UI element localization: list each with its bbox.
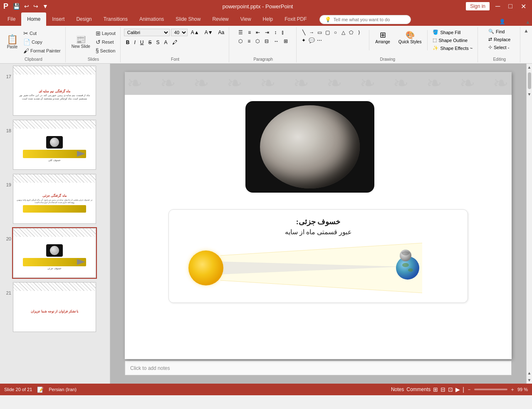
tab-insert[interactable]: Insert [46,12,70,26]
slide-thumb-21[interactable]: 21 با تشکر فراوان از توجه شما عزیزان [0,280,110,334]
slide-thumb-17[interactable]: 17 ماه گرفتگی نیم سایه ای ماه از قسمت نی… [0,64,110,118]
scroll-down-btn[interactable]: ▼ [526,91,532,98]
view-outline-icon[interactable]: ⊟ [440,386,445,393]
scroll-down2-btn[interactable]: ▼ [526,377,532,384]
bold-button[interactable]: B [124,39,132,46]
shape-effects-button[interactable]: ✨ Shape Effects ~ [430,45,475,52]
shape-chevron[interactable]: ⟩ [355,29,363,36]
shape-fill-button[interactable]: 🪣 Shape Fill [430,29,475,36]
increase-font-btn[interactable]: A▲ [189,29,201,36]
strikethrough-button[interactable]: S [146,39,154,46]
convert-to-smartart-btn[interactable]: ⊞ [282,37,290,45]
shape-more[interactable]: ⋯ [316,37,323,44]
numbered-list-btn[interactable]: ≡ [246,29,253,36]
shape-arrow[interactable]: → [308,29,315,36]
replace-button[interactable]: ⇄ Replace [486,36,513,43]
layout-button[interactable]: ⊞ Layout [94,29,118,37]
scroll-up2-btn[interactable]: ▲ [526,369,532,377]
shape-line[interactable]: ╲ [300,29,307,36]
notes-add-area[interactable]: Click to add notes [125,361,512,375]
format-painter-button[interactable]: 🖌 Format Painter [21,47,63,55]
align-center-btn[interactable]: ≡ [245,37,252,45]
zoom-in-btn[interactable]: ＋ [510,386,515,393]
slide-notes-icon[interactable]: 📝 [37,387,44,393]
tab-slideshow[interactable]: Slide Show [170,12,206,26]
font-family-select[interactable]: Calibri [124,29,170,36]
reset-button[interactable]: ↺ Reset [94,38,118,46]
slide-thumb-19[interactable]: 19 ماه گرفتگی جزئی در خسوف جزئی بخشی از … [0,172,110,226]
highlight-btn[interactable]: 🖍 [170,39,179,46]
tab-animations[interactable]: Animations [134,12,170,26]
tab-transitions[interactable]: Transitions [98,12,134,26]
share-button[interactable]: 👤 Share [496,17,524,26]
view-reading-icon[interactable]: ⊡ [448,386,453,393]
line-spacing-btn[interactable]: ↕ [272,29,279,36]
maximize-button[interactable]: □ [506,2,515,11]
align-right-btn[interactable]: ⬡ [253,37,262,45]
tab-home[interactable]: Home [21,12,46,26]
find-button[interactable]: 🔍 Find [486,28,513,35]
shape-pentagon[interactable]: ⬠ [347,29,355,36]
notes-status-btn[interactable]: Notes [391,387,404,392]
font-color-btn[interactable]: A [162,39,170,46]
ribbon-collapse-btn[interactable]: ▲ [522,27,530,35]
shape-triangle[interactable]: △ [339,29,347,36]
collapse-ribbon-button[interactable]: ▲ [524,18,532,26]
customize-quick-btn[interactable]: ▼ [41,2,49,10]
font-size-select[interactable]: 40 [171,29,188,36]
shape-oval[interactable]: ○ [332,29,339,36]
shape-star[interactable]: ✦ [300,37,307,44]
slide-thumb-20[interactable]: 20 خسوف جزئی [0,226,110,280]
save-quick-btn[interactable]: 💾 [12,2,21,10]
shape-outline-button[interactable]: ⬚ Shape Outline [430,37,475,44]
scroll-up-btn[interactable]: ▲ [526,64,532,71]
section-button[interactable]: § Section [94,47,118,55]
undo-quick-btn[interactable]: ↩ [23,2,30,10]
align-left-btn[interactable]: ⬡ [236,37,245,45]
zoom-slider[interactable] [474,389,507,390]
quick-styles-button[interactable]: 🎨 Quick Styles [395,29,425,46]
slide-thumb-18[interactable]: 18 خسوف کلی [0,118,110,172]
tab-review[interactable]: Review [206,12,234,26]
shape-rect[interactable]: ▭ [316,29,323,36]
tab-foxit[interactable]: Foxit PDF [279,12,312,26]
replace-label: Replace [494,37,510,42]
clear-format-btn[interactable]: Aa [216,29,227,36]
decrease-indent-btn[interactable]: ⇤ [254,29,262,36]
bullet-list-btn[interactable]: ☰ [236,29,245,36]
increase-indent-btn[interactable]: ⇥ [263,29,271,36]
minimize-button[interactable]: ─ [493,2,502,11]
columns-btn[interactable]: ⫿ [280,29,286,36]
shadow-button[interactable]: S [154,39,162,46]
tab-file[interactable]: File [2,12,21,26]
tab-view[interactable]: View [235,12,257,26]
comments-status-btn[interactable]: Comments [406,387,431,392]
shape-round-rect[interactable]: ▢ [324,29,331,36]
text-direction-btn[interactable]: ↔ [272,37,281,45]
slide-preview-21: با تشکر فراوان از توجه شما عزیزان [13,282,96,332]
new-slide-button[interactable]: 📰 New Slide [69,34,93,50]
view-normal-icon[interactable]: ⊞ [433,386,438,393]
select-button[interactable]: ⊹ Select - [486,44,513,51]
signin-button[interactable]: Sign in [466,2,490,10]
decrease-font-btn[interactable]: A▼ [203,29,215,36]
tell-me-input[interactable] [334,17,406,22]
tab-help[interactable]: Help [257,12,279,26]
view-slideshow-icon[interactable]: ▶ [455,386,460,393]
redo-quick-btn[interactable]: ↪ [32,2,40,10]
lightbulb-icon: 💡 [325,17,331,22]
justify-btn[interactable]: ⊟ [262,37,271,45]
zoom-out-btn[interactable]: － [467,386,472,393]
underline-button[interactable]: U [138,39,146,46]
main-area: 17 ماه گرفتگی نیم سایه ای ماه از قسمت نی… [0,64,532,384]
paste-button[interactable]: 📋 Paste [4,34,20,50]
cut-button[interactable]: ✂ Cut [21,29,63,37]
arrange-button[interactable]: ⊞ Arrange [372,29,393,46]
scroll-thumb[interactable] [528,72,531,89]
paste-icon: 📋 [7,35,18,44]
close-button[interactable]: ✕ [518,2,529,11]
italic-button[interactable]: I [132,39,137,46]
shape-callout[interactable]: 💬 [308,37,315,44]
copy-button[interactable]: 📄 Copy [21,38,63,46]
tab-design[interactable]: Design [70,12,97,26]
